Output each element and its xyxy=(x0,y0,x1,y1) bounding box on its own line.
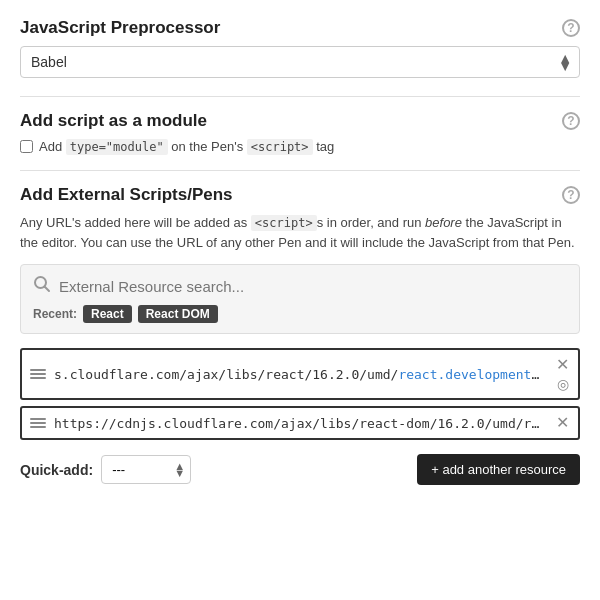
quick-add-select-wrapper: --- jQuery React Vue Angular ▲ ▼ xyxy=(101,455,191,484)
quick-add-label: Quick-add: xyxy=(20,462,93,478)
search-box: Recent: React React DOM xyxy=(20,264,580,334)
js-preprocessor-title: JavaScript Preprocessor xyxy=(20,18,220,38)
remove-resource-2-button[interactable]: ✕ xyxy=(555,414,570,432)
module-checkbox-row: Add type="module" on the Pen's <script> … xyxy=(20,139,580,154)
divider-1 xyxy=(20,96,580,97)
preview-resource-1-button[interactable]: ◎ xyxy=(555,376,570,392)
search-icon xyxy=(33,275,51,297)
add-script-module-header: Add script as a module ? xyxy=(20,111,580,131)
quick-add-row: Quick-add: --- jQuery React Vue Angular … xyxy=(20,455,191,484)
external-scripts-header: Add External Scripts/Pens ? xyxy=(20,185,580,205)
script-tag-code: <script> xyxy=(247,139,313,155)
module-checkbox-label: Add type="module" on the Pen's <script> … xyxy=(39,139,334,154)
external-scripts-description: Any URL's added here will be added as <s… xyxy=(20,213,580,252)
module-checkbox[interactable] xyxy=(20,140,33,153)
external-scripts-help-icon[interactable]: ? xyxy=(562,186,580,204)
add-script-module-title: Add script as a module xyxy=(20,111,207,131)
module-type-code: type="module" xyxy=(66,139,168,155)
resource-link-1[interactable]: react.development.js xyxy=(398,367,547,382)
js-preprocessor-help-icon[interactable]: ? xyxy=(562,19,580,37)
js-preprocessor-select[interactable]: None Babel TypeScript CoffeeScript xyxy=(20,46,580,78)
script-tag-inline: <script> xyxy=(251,215,317,231)
resource-url-2: https://cdnjs.cloudflare.com/ajax/libs/r… xyxy=(54,416,547,431)
resource-actions-2: ✕ xyxy=(555,414,570,432)
resource-list: s.cloudflare.com/ajax/libs/react/16.2.0/… xyxy=(20,348,580,440)
add-script-module-help-icon[interactable]: ? xyxy=(562,112,580,130)
external-scripts-title: Add External Scripts/Pens xyxy=(20,185,233,205)
recent-tag-react[interactable]: React xyxy=(83,305,132,323)
drag-handle-1[interactable] xyxy=(30,369,46,379)
resource-url-1: s.cloudflare.com/ajax/libs/react/16.2.0/… xyxy=(54,367,547,382)
svg-line-1 xyxy=(45,287,50,292)
bottom-row: Quick-add: --- jQuery React Vue Angular … xyxy=(20,454,580,485)
recent-tag-react-dom[interactable]: React DOM xyxy=(138,305,218,323)
js-preprocessor-select-wrapper: None Babel TypeScript CoffeeScript ▲ ▼ xyxy=(20,46,580,78)
recent-row: Recent: React React DOM xyxy=(33,305,567,323)
remove-resource-1-button[interactable]: ✕ xyxy=(555,356,570,374)
quick-add-select[interactable]: --- jQuery React Vue Angular xyxy=(101,455,191,484)
add-resource-button[interactable]: + add another resource xyxy=(417,454,580,485)
resource-item-2: https://cdnjs.cloudflare.com/ajax/libs/r… xyxy=(20,406,580,440)
js-preprocessor-header: JavaScript Preprocessor ? xyxy=(20,18,580,38)
drag-handle-2[interactable] xyxy=(30,418,46,428)
search-input[interactable] xyxy=(59,278,567,295)
resource-item-1: s.cloudflare.com/ajax/libs/react/16.2.0/… xyxy=(20,348,580,400)
divider-2 xyxy=(20,170,580,171)
resource-actions-1: ✕ ◎ xyxy=(555,356,570,392)
search-input-row xyxy=(33,275,567,297)
recent-label: Recent: xyxy=(33,307,77,321)
